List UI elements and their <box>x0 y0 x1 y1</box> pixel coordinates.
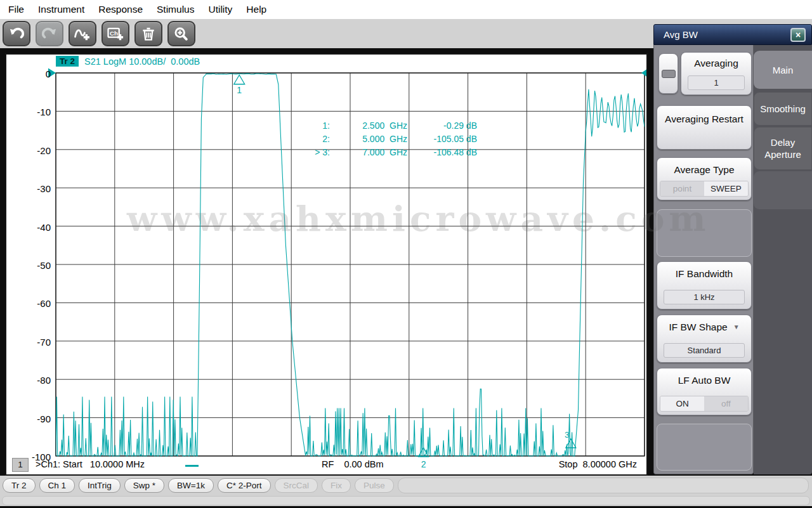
status-button-pulse[interactable]: Pulse <box>355 478 394 493</box>
tab-blank <box>754 171 812 209</box>
marker-val: -105.05 dB <box>407 133 477 146</box>
y-axis-label: -20 <box>20 145 51 157</box>
tab-smoothing[interactable]: Smoothing <box>754 92 812 126</box>
svg-text:2: 2 <box>421 459 426 469</box>
status-button-bw-1k[interactable]: BW=1k <box>168 478 214 493</box>
lf-auto-bw-label: LF Auto BW <box>657 375 751 386</box>
y-axis-label: 0 <box>20 68 51 80</box>
add-trace-button[interactable] <box>69 21 96 46</box>
marker-readout-row: 2:5.000 GHz-105.05 dB <box>259 133 477 146</box>
y-axis-label: -10 <box>20 107 51 118</box>
average-type-option-point[interactable]: point <box>660 181 704 196</box>
trace-badge[interactable]: Tr 2 <box>56 56 79 67</box>
marker-id: > 3: <box>259 146 330 159</box>
channel-number-badge[interactable]: 1 <box>12 458 29 472</box>
if-bandwidth-label: IF Bandwidth <box>657 268 751 280</box>
rf-power-value[interactable]: RF 0.00 dBm <box>322 459 384 469</box>
menu-utility[interactable]: Utility <box>201 4 239 15</box>
averaging-label: Averaging <box>681 58 751 69</box>
lf-auto-bw-option-off[interactable]: off <box>704 396 748 411</box>
panel-body: Averaging 1 Averaging Restart Average Ty… <box>653 45 754 474</box>
ref-level-arrow-right-icon[interactable] <box>641 68 646 78</box>
menu-response[interactable]: Response <box>91 4 150 15</box>
marker-readout-row: > 3:7.000 GHz-106.48 dB <box>259 146 477 159</box>
add-channel-icon: Ch <box>107 27 124 41</box>
toggle-indicator-icon <box>662 70 676 78</box>
marker-id: 1: <box>259 119 330 133</box>
y-axis-label: -90 <box>20 414 51 425</box>
svg-text:3: 3 <box>565 430 570 440</box>
panel-title-bar[interactable]: Avg BW × <box>653 24 812 45</box>
zoom-icon <box>173 27 190 41</box>
stimulus-start-value[interactable]: >Ch1: Start 10.0000 MHz <box>36 459 145 469</box>
menu-stimulus[interactable]: Stimulus <box>150 4 201 15</box>
stimulus-stop-value[interactable]: Stop 8.00000 GHz <box>559 459 637 469</box>
status-button-c-2-port[interactable]: C* 2-Port <box>218 478 271 493</box>
undo-button[interactable] <box>3 21 30 46</box>
averaging-button[interactable]: Averaging 1 <box>681 52 752 95</box>
averaging-value-field[interactable]: 1 <box>688 75 745 90</box>
if-bw-shape-label: IF BW Shape▼ <box>657 322 751 333</box>
average-type-button[interactable]: Average Type point SWEEP <box>657 157 752 200</box>
average-type-option-sweep[interactable]: SWEEP <box>704 181 748 196</box>
lf-auto-bw-button[interactable]: LF Auto BW ON off <box>657 368 752 415</box>
trace-label-row: Tr 2 S21 LogM 10.00dB/ 0.00dB <box>56 56 200 67</box>
zoom-button[interactable] <box>167 21 195 46</box>
status-button-fix[interactable]: Fix <box>322 478 351 493</box>
lf-auto-bw-option-on[interactable]: ON <box>660 396 704 411</box>
tab-delay-aperture[interactable]: Delay Aperture <box>754 127 812 170</box>
if-bw-shape-value-field[interactable]: Standard <box>664 343 745 358</box>
close-button[interactable]: × <box>790 28 806 42</box>
average-type-segment: point SWEEP <box>660 181 749 197</box>
if-bandwidth-value-field[interactable]: 1 kHz <box>664 290 745 304</box>
tab-main[interactable]: Main <box>754 51 812 89</box>
marker-id: 2: <box>259 133 330 146</box>
if-bandwidth-button[interactable]: IF Bandwidth 1 kHz <box>657 261 752 309</box>
if-bw-shape-text: IF BW Shape <box>669 322 727 332</box>
marker-readout-row: 1:2.500 GHz-0.29 dB <box>259 119 477 133</box>
avg-bw-panel: Avg BW × MainSmoothingDelay Aperture Ave… <box>653 24 812 474</box>
averaging-restart-label: Averaging Restart <box>657 113 751 126</box>
status-button-srccal[interactable]: SrcCal <box>275 478 318 493</box>
marker-readout: 1:2.500 GHz-0.29 dB2:5.000 GHz-105.05 dB… <box>259 119 477 159</box>
add-channel-button[interactable]: Ch <box>102 21 129 46</box>
y-axis-label: -70 <box>20 337 51 348</box>
marker-val: -0.29 dB <box>407 119 477 133</box>
svg-text:1: 1 <box>237 85 242 95</box>
svg-text:Ch: Ch <box>110 29 118 36</box>
close-icon: × <box>796 30 801 39</box>
blank-softkey <box>657 209 752 257</box>
y-axis-label: -40 <box>20 222 51 233</box>
averaging-enable-toggle[interactable] <box>658 53 678 94</box>
menu-help[interactable]: Help <box>239 4 273 15</box>
lf-auto-bw-segment: ON off <box>660 396 749 412</box>
marker-freq: 5.000 GHz <box>330 133 407 146</box>
status-button-swp-[interactable]: Swp * <box>124 478 164 493</box>
menu-file[interactable]: File <box>1 4 31 15</box>
panel-title: Avg BW <box>664 29 698 40</box>
status-empty-field <box>398 478 809 493</box>
delete-icon <box>140 27 157 41</box>
marker-1[interactable]: 1 <box>234 75 245 95</box>
undo-icon <box>8 27 25 41</box>
redo-button <box>36 21 63 46</box>
menu-instrument[interactable]: Instrument <box>31 4 91 15</box>
average-type-label: Average Type <box>657 164 751 176</box>
plot-panel: 123 Tr 2 S21 LogM 10.00dB/ 0.00dB 0-10-2… <box>5 53 648 476</box>
averaging-restart-button[interactable]: Averaging Restart <box>657 105 752 150</box>
y-axis-label: -60 <box>20 298 51 309</box>
delete-button[interactable] <box>134 21 162 46</box>
blank-softkey <box>657 424 752 471</box>
if-bw-shape-button[interactable]: IF BW Shape▼ Standard <box>657 315 752 363</box>
y-axis-label: -30 <box>20 183 51 195</box>
status-button-tr-2[interactable]: Tr 2 <box>3 478 36 493</box>
status-strip <box>0 495 812 506</box>
marker-freq: 2.500 GHz <box>330 119 407 133</box>
y-axis-label: -50 <box>20 260 51 271</box>
chevron-down-icon: ▼ <box>733 323 740 330</box>
status-button-inttrig[interactable]: IntTrig <box>79 478 121 493</box>
status-button-ch-1[interactable]: Ch 1 <box>39 478 75 493</box>
add-trace-icon <box>74 27 91 41</box>
s21-plot: 123 <box>6 55 646 474</box>
marker-freq: 7.000 GHz <box>330 146 407 159</box>
